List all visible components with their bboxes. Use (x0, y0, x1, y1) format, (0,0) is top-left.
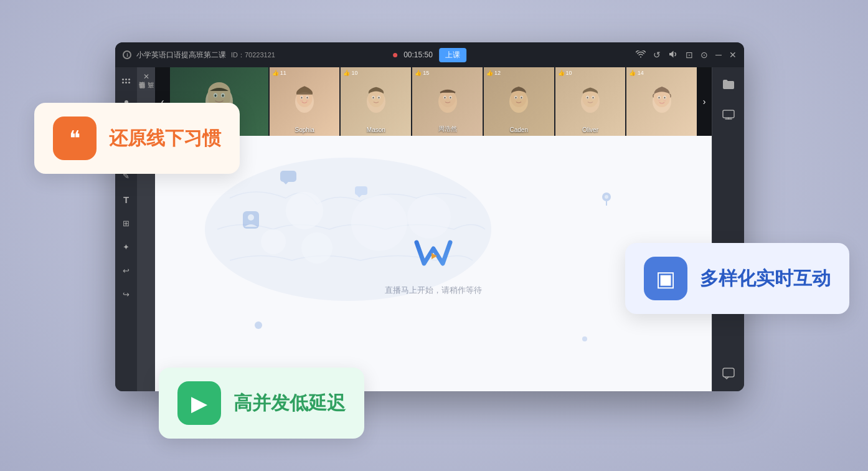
float-chat-1 (280, 170, 297, 188)
svg-point-53 (301, 232, 333, 264)
svg-point-14 (301, 97, 303, 98)
svg-point-58 (605, 195, 608, 199)
float-circle-2 (582, 336, 587, 341)
svg-point-8 (214, 95, 216, 97)
offline-icon: ❝ (69, 126, 80, 151)
folder-icon[interactable] (719, 75, 738, 95)
sophia-name: Sophia (295, 126, 314, 133)
chat-icon[interactable] (719, 364, 738, 384)
title-bar: ℹ 小学英语口语提高班第二课 ID：70223121 00:15:50 上课 ↺ (115, 42, 744, 67)
svg-point-9 (222, 95, 224, 97)
volume-icon[interactable] (668, 50, 678, 60)
svg-point-28 (444, 97, 445, 98)
zhouhaoran-name: 周浩然 (438, 125, 457, 133)
float-chat-2 (354, 186, 368, 201)
toolbar-grid-icon[interactable] (119, 74, 134, 88)
svg-point-49 (663, 100, 666, 102)
interactive-text: 多样化实时互动 (700, 266, 831, 292)
svg-point-35 (521, 97, 522, 98)
float-circle-1 (255, 321, 262, 329)
video-nav-right[interactable]: › (697, 67, 712, 136)
right-sidebar-bottom (719, 364, 738, 384)
interactive-icon: ▣ (656, 266, 676, 291)
sophia-face (270, 67, 340, 136)
mason-likes: 👍 10 (343, 70, 357, 76)
svg-rect-62 (355, 186, 367, 195)
mason-name: Mason (367, 126, 385, 133)
wifi-icon[interactable] (636, 50, 646, 60)
video-tile-oliver: 👍 10 Oliver (555, 67, 626, 136)
screen-icon[interactable]: ⊡ (686, 50, 693, 60)
callout-offline: ❝ 还原线下习惯 (34, 103, 240, 174)
svg-rect-56 (280, 171, 296, 182)
oliver-likes: 👍 10 (558, 70, 572, 76)
svg-point-23 (378, 97, 379, 98)
extra-likes: 👍 14 (629, 70, 644, 76)
toolbar-text-icon[interactable]: T (119, 192, 134, 207)
caden-name: Caden (510, 126, 528, 133)
minimize-icon[interactable]: ─ (715, 50, 722, 60)
panel-close-icon[interactable]: ✕ (143, 72, 149, 81)
extra-face (626, 67, 697, 136)
title-bar-center: 00:15:50 上课 (393, 48, 466, 62)
svg-point-5 (208, 82, 230, 102)
callout-interactive: ▣ 多样化实时互动 (625, 243, 849, 314)
caden-likes: 👍 12 (486, 70, 501, 76)
toolbar-image-icon[interactable]: ⊞ (119, 216, 134, 231)
offline-icon-wrap: ❝ (53, 117, 97, 160)
svg-point-61 (248, 214, 254, 221)
close-icon[interactable]: ✕ (729, 50, 737, 60)
toolbar-undo-icon[interactable]: ↩ (119, 263, 134, 278)
right-sidebar-top (719, 75, 738, 125)
oliver-face (555, 67, 626, 136)
interactive-icon-wrap: ▣ (644, 257, 687, 300)
svg-point-47 (664, 97, 665, 98)
video-tiles: 👍 11 Sophia (170, 67, 697, 136)
refresh-icon[interactable]: ↺ (653, 50, 661, 60)
recording-dot (393, 53, 397, 57)
svg-rect-64 (723, 110, 734, 118)
float-pin-1 (601, 192, 612, 208)
svg-point-51 (286, 192, 323, 229)
toolbar-redo-icon[interactable]: ↪ (119, 287, 134, 302)
svg-point-40 (587, 97, 588, 98)
window-title: 小学英语口语提高班第二课 (136, 50, 226, 60)
class-button[interactable]: 上课 (439, 48, 466, 62)
info-icon: ℹ (123, 50, 131, 59)
zhouhaoran-likes: 👍 15 (415, 70, 429, 76)
svg-point-55 (261, 229, 286, 254)
title-bar-actions: ↺ ⊡ ⊙ ─ ✕ (636, 50, 737, 60)
settings-icon[interactable]: ⊙ (701, 50, 708, 60)
right-sidebar (712, 67, 744, 391)
title-bar-info: ℹ 小学英语口语提高班第二课 ID：70223121 (123, 50, 275, 60)
lowlatency-icon-wrap: ▶ (177, 381, 221, 425)
caden-face (484, 67, 554, 136)
timer: 00:15:50 (403, 50, 433, 59)
float-user-icon (242, 211, 260, 232)
video-tile-caden: 👍 12 Caden (484, 67, 554, 136)
screen-share-icon[interactable] (719, 105, 738, 125)
svg-point-52 (351, 195, 407, 251)
sophia-likes: 👍 11 (272, 70, 286, 76)
svg-point-41 (592, 97, 593, 98)
toolbar-eraser-icon[interactable]: ✦ (119, 239, 134, 254)
svg-point-46 (658, 97, 659, 98)
svg-point-54 (407, 195, 451, 239)
mason-face (341, 67, 411, 136)
svg-point-16 (300, 100, 303, 102)
offline-text: 还原线下习惯 (109, 126, 221, 151)
app-window: ℹ 小学英语口语提高班第二课 ID：70223121 00:15:50 上课 ↺ (115, 42, 744, 391)
video-tile-zhouhaoran: 👍 15 周浩然 (412, 67, 483, 136)
svg-point-22 (372, 97, 374, 98)
callout-lowlatency: ▶ 高并发低延迟 (159, 368, 364, 439)
svg-point-29 (450, 97, 451, 98)
oliver-name: Oliver (582, 126, 598, 133)
svg-point-34 (516, 97, 517, 98)
lowlatency-text: 高并发低延迟 (234, 391, 346, 416)
window-id: ID：70223121 (231, 50, 275, 60)
svg-point-15 (307, 97, 308, 98)
lowlatency-icon: ▶ (191, 391, 207, 416)
svg-point-17 (306, 100, 309, 102)
svg-rect-67 (723, 368, 734, 377)
video-tile-extra: 👍 14 (626, 67, 697, 136)
